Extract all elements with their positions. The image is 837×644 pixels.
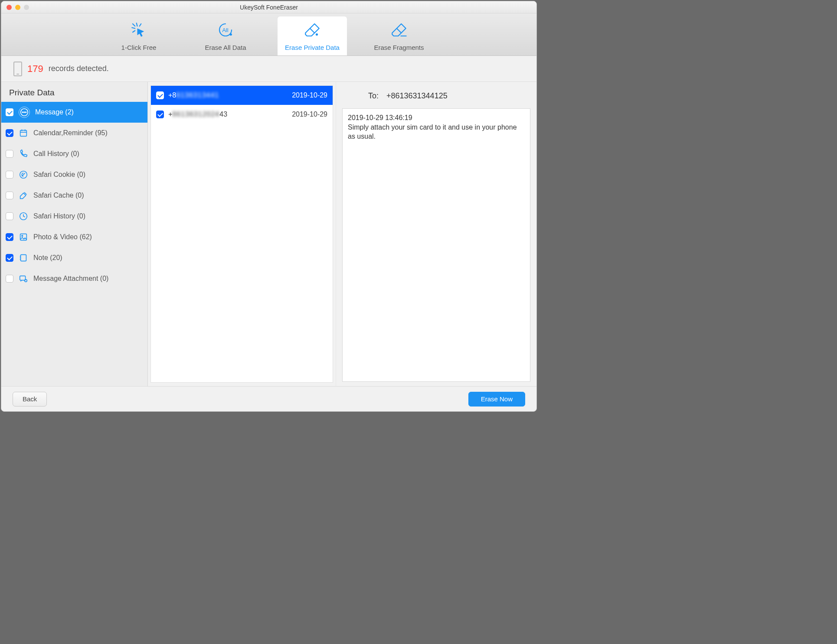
svg-point-8 (316, 33, 318, 36)
svg-point-13 (24, 112, 25, 113)
sidebar: Private Data Message (2)Calendar,Reminde… (1, 82, 148, 386)
phone-number: +86136313441 (168, 91, 288, 99)
checkbox[interactable] (6, 129, 13, 137)
category-icon (19, 274, 28, 283)
svg-rect-24 (21, 255, 26, 261)
svg-point-12 (22, 112, 23, 113)
category-icon (19, 253, 28, 263)
record-count: 179 (27, 63, 43, 75)
checkbox[interactable] (6, 150, 13, 158)
status-bar: 179 records detected. (1, 56, 536, 82)
checkbox[interactable] (6, 108, 13, 116)
category-label: Safari History (0) (33, 212, 85, 220)
tab-1-click-free[interactable]: 1-Click Free (104, 16, 173, 55)
sidebar-item-4[interactable]: Safari Cache (0) (1, 185, 147, 206)
tab-erase-fragments[interactable]: Erase Fragments (364, 16, 434, 55)
svg-line-2 (133, 24, 135, 26)
message-list: +861363134412019-10-29+86136312024432019… (150, 85, 333, 383)
category-icon (19, 107, 30, 118)
svg-line-7 (310, 29, 315, 33)
app-window: UkeySoft FoneEraser 1-Click Free All (1, 1, 537, 412)
message-panel: +861363134412019-10-29+86136312024432019… (148, 82, 336, 386)
category-label: Message Attachment (0) (33, 275, 108, 283)
category-icon (19, 170, 28, 179)
message-row-1[interactable]: +86136312024432019-10-29 (151, 105, 333, 124)
sidebar-item-2[interactable]: Call History (0) (1, 143, 147, 164)
sidebar-title: Private Data (1, 82, 147, 102)
svg-point-14 (26, 112, 26, 113)
tab-erase-all[interactable]: All Erase All Data (191, 16, 260, 55)
message-row-0[interactable]: +861363134412019-10-29 (151, 86, 333, 105)
tab-label: Erase Fragments (374, 44, 424, 51)
sidebar-item-5[interactable]: Safari History (0) (1, 206, 147, 227)
tab-label: Erase Private Data (285, 44, 340, 51)
category-label: Note (20) (33, 254, 62, 262)
svg-line-9 (397, 29, 402, 33)
titlebar: UkeySoft FoneEraser (1, 1, 536, 13)
category-icon (19, 149, 28, 159)
checkbox[interactable] (6, 171, 13, 179)
erase-all-icon: All (216, 21, 235, 40)
category-icon (19, 191, 28, 200)
category-icon (19, 232, 28, 242)
checkbox[interactable] (6, 275, 13, 283)
phone-number: +8613631202443 (168, 111, 288, 118)
svg-point-6 (230, 33, 232, 36)
checkbox[interactable] (6, 212, 13, 220)
message-content: 2019-10-29 13:46:19 Simply attach your s… (342, 108, 530, 382)
message-date: 2019-10-29 (292, 91, 327, 99)
category-icon (19, 128, 28, 138)
status-text: records detected. (49, 64, 109, 73)
to-value: +8613631344125 (386, 91, 448, 101)
sidebar-item-3[interactable]: Safari Cookie (0) (1, 164, 147, 185)
category-list: Message (2)Calendar,Reminder (95)Call Hi… (1, 102, 147, 386)
category-icon (19, 211, 28, 221)
sidebar-item-7[interactable]: Note (20) (1, 247, 147, 268)
sidebar-item-1[interactable]: Calendar,Reminder (95) (1, 123, 147, 143)
svg-line-1 (132, 28, 135, 29)
eraser-fragments-icon (390, 21, 408, 40)
checkbox[interactable] (6, 192, 13, 199)
footer: Back Erase Now (1, 386, 536, 411)
category-label: Safari Cache (0) (33, 192, 84, 199)
svg-line-4 (133, 31, 135, 33)
sidebar-item-6[interactable]: Photo & Video (62) (1, 227, 147, 247)
category-label: Message (2) (35, 108, 74, 116)
checkbox[interactable] (6, 233, 13, 241)
svg-line-3 (140, 24, 141, 26)
detail-panel: To: +8613631344125 2019-10-29 13:46:19 S… (336, 82, 536, 386)
svg-point-29 (25, 280, 27, 282)
svg-rect-15 (20, 130, 27, 137)
to-label: To: (368, 91, 379, 101)
svg-point-23 (22, 235, 23, 237)
message-body: Simply attach your sim card to it and us… (348, 123, 525, 141)
svg-text:All: All (222, 27, 229, 33)
main-tabs: 1-Click Free All Erase All Data Erase P (1, 13, 536, 56)
checkbox[interactable] (156, 111, 164, 118)
category-label: Photo & Video (62) (33, 233, 92, 241)
svg-rect-28 (20, 276, 26, 280)
checkbox[interactable] (6, 254, 13, 262)
content-area: Private Data Message (2)Calendar,Reminde… (1, 82, 536, 386)
svg-line-0 (137, 23, 137, 26)
tab-label: 1-Click Free (121, 44, 157, 51)
erase-now-button[interactable]: Erase Now (468, 392, 525, 407)
category-label: Call History (0) (33, 150, 79, 158)
category-label: Safari Cookie (0) (33, 171, 85, 179)
detail-header: To: +8613631344125 (342, 86, 530, 108)
message-date: 2019-10-29 (292, 111, 327, 118)
window-title: UkeySoft FoneEraser (1, 4, 536, 11)
message-timestamp: 2019-10-29 13:46:19 (348, 113, 525, 123)
checkbox[interactable] (156, 91, 164, 99)
tab-erase-private[interactable]: Erase Private Data (278, 16, 347, 55)
category-label: Calendar,Reminder (95) (33, 129, 108, 137)
tab-label: Erase All Data (205, 44, 246, 51)
svg-rect-22 (20, 234, 27, 241)
sidebar-item-0[interactable]: Message (2) (1, 102, 147, 123)
phone-icon (13, 62, 22, 76)
sidebar-item-8[interactable]: Message Attachment (0) (1, 268, 147, 289)
eraser-private-icon (303, 21, 321, 40)
back-button[interactable]: Back (13, 392, 47, 407)
cursor-click-icon (130, 21, 148, 40)
